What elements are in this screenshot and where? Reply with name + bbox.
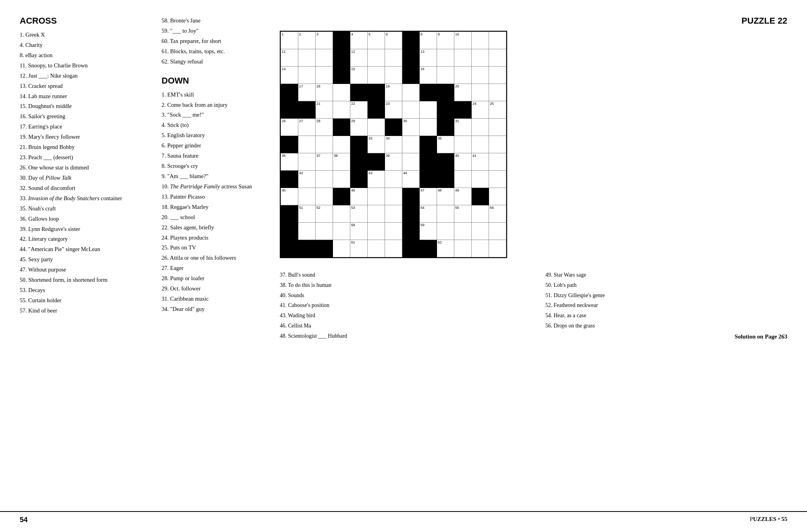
cell-12-0[interactable]	[281, 240, 298, 257]
cell-3-9[interactable]	[437, 84, 454, 101]
cell-5-5[interactable]	[368, 119, 385, 136]
cell-8-8[interactable]	[420, 171, 437, 188]
cell-4-6[interactable]: 23	[385, 101, 402, 119]
cell-2-4[interactable]: 15	[350, 67, 368, 84]
cell-8-9[interactable]	[437, 171, 454, 188]
cell-0-1[interactable]: 2	[298, 32, 316, 49]
cell-11-10[interactable]	[454, 223, 472, 240]
cell-2-8[interactable]: 16	[420, 67, 437, 84]
cell-1-10[interactable]	[454, 49, 472, 67]
cell-0-11[interactable]	[472, 32, 489, 49]
cell-1-7[interactable]	[402, 49, 420, 67]
cell-12-2[interactable]	[316, 240, 333, 257]
cell-10-10[interactable]: 55	[454, 205, 472, 223]
cell-9-7[interactable]	[402, 188, 420, 205]
cell-3-7[interactable]	[402, 84, 420, 101]
cell-10-7[interactable]	[402, 205, 420, 223]
cell-6-9[interactable]: 35	[437, 136, 454, 153]
cell-6-4[interactable]	[350, 136, 368, 153]
cell-3-8[interactable]	[420, 84, 437, 101]
cell-4-2[interactable]: 21	[316, 101, 333, 119]
cell-2-12[interactable]	[489, 67, 506, 84]
cell-2-10[interactable]	[454, 67, 472, 84]
cell-11-1[interactable]	[298, 223, 316, 240]
cell-2-1[interactable]	[298, 67, 316, 84]
cell-6-2[interactable]	[316, 136, 333, 153]
cell-10-8[interactable]: 54	[420, 205, 437, 223]
cell-11-3[interactable]	[333, 223, 350, 240]
cell-8-12[interactable]	[489, 171, 506, 188]
cell-3-12[interactable]	[489, 84, 506, 101]
cell-12-1[interactable]	[298, 240, 316, 257]
cell-0-5[interactable]: 5	[368, 32, 385, 49]
cell-7-3[interactable]: 38	[333, 153, 350, 171]
cell-9-10[interactable]: 49	[454, 188, 472, 205]
cell-5-3[interactable]	[333, 119, 350, 136]
cell-4-7[interactable]	[402, 101, 420, 119]
cell-6-0[interactable]	[281, 136, 298, 153]
cell-9-8[interactable]: 47	[420, 188, 437, 205]
cell-3-5[interactable]	[368, 84, 385, 101]
cell-5-8[interactable]	[420, 119, 437, 136]
cell-9-3[interactable]	[333, 188, 350, 205]
cell-1-1[interactable]	[298, 49, 316, 67]
cell-12-7[interactable]	[402, 240, 420, 257]
cell-6-1[interactable]	[298, 136, 316, 153]
cell-11-7[interactable]	[402, 223, 420, 240]
cell-12-11[interactable]	[472, 240, 489, 257]
cell-2-9[interactable]	[437, 67, 454, 84]
cell-6-11[interactable]	[472, 136, 489, 153]
cell-3-10[interactable]: 20	[454, 84, 472, 101]
cell-10-6[interactable]	[385, 205, 402, 223]
cell-0-6[interactable]: 6	[385, 32, 402, 49]
cell-1-2[interactable]	[316, 49, 333, 67]
cell-9-5[interactable]	[368, 188, 385, 205]
cell-5-11[interactable]	[472, 119, 489, 136]
cell-3-11[interactable]	[472, 84, 489, 101]
cell-0-2[interactable]: 3	[316, 32, 333, 49]
cell-4-5[interactable]	[368, 101, 385, 119]
cell-2-11[interactable]	[472, 67, 489, 84]
cell-6-3[interactable]	[333, 136, 350, 153]
cell-11-2[interactable]	[316, 223, 333, 240]
cell-5-12[interactable]	[489, 119, 506, 136]
cell-5-1[interactable]: 27	[298, 119, 316, 136]
cell-9-2[interactable]	[316, 188, 333, 205]
cell-5-4[interactable]: 29	[350, 119, 368, 136]
cell-10-0[interactable]	[281, 205, 298, 223]
cell-7-8[interactable]	[420, 153, 437, 171]
cell-7-4[interactable]	[350, 153, 368, 171]
cell-11-12[interactable]	[489, 223, 506, 240]
cell-4-0[interactable]	[281, 101, 298, 119]
cell-6-8[interactable]	[420, 136, 437, 153]
cell-5-0[interactable]: 26	[281, 119, 298, 136]
cell-9-6[interactable]	[385, 188, 402, 205]
cell-6-12[interactable]	[489, 136, 506, 153]
cell-9-11[interactable]	[472, 188, 489, 205]
cell-4-3[interactable]	[333, 101, 350, 119]
cell-4-11[interactable]: 24	[472, 101, 489, 119]
cell-1-8[interactable]: 13	[420, 49, 437, 67]
cell-6-5[interactable]: 33	[368, 136, 385, 153]
cell-3-1[interactable]: 17	[298, 84, 316, 101]
cell-6-6[interactable]: 34	[385, 136, 402, 153]
cell-11-0[interactable]	[281, 223, 298, 240]
cell-0-9[interactable]: 9	[437, 32, 454, 49]
cell-7-12[interactable]	[489, 153, 506, 171]
cell-1-0[interactable]: 11	[281, 49, 298, 67]
cell-3-2[interactable]: 18	[316, 84, 333, 101]
cell-7-10[interactable]: 40	[454, 153, 472, 171]
cell-8-10[interactable]	[454, 171, 472, 188]
cell-1-6[interactable]	[385, 49, 402, 67]
cell-7-2[interactable]: 37	[316, 153, 333, 171]
cell-6-10[interactable]	[454, 136, 472, 153]
cell-5-2[interactable]: 28	[316, 119, 333, 136]
cell-10-1[interactable]: 51	[298, 205, 316, 223]
cell-0-7[interactable]	[402, 32, 420, 49]
cell-3-4[interactable]	[350, 84, 368, 101]
cell-9-0[interactable]: 45	[281, 188, 298, 205]
cell-5-10[interactable]: 31	[454, 119, 472, 136]
cell-1-9[interactable]	[437, 49, 454, 67]
cell-11-4[interactable]: 58	[350, 223, 368, 240]
cell-8-3[interactable]	[333, 171, 350, 188]
